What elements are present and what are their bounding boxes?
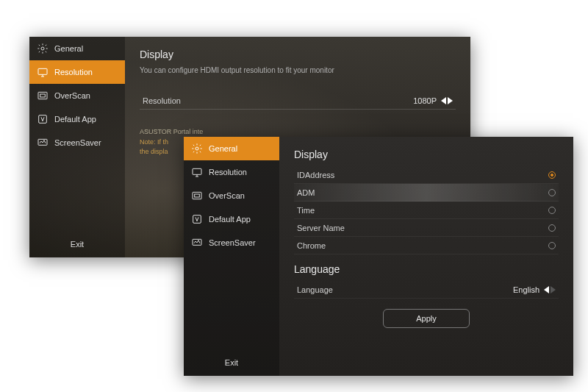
section-title-language: Language xyxy=(294,263,559,275)
app-icon xyxy=(37,113,49,125)
app-icon xyxy=(191,213,203,225)
radio-icon[interactable] xyxy=(548,224,556,232)
sidebar-item-resolution[interactable]: Resolution xyxy=(184,160,279,184)
display-option-server-name[interactable]: Server Name xyxy=(294,219,559,237)
display-option-idaddress[interactable]: IDAddress xyxy=(294,166,559,184)
sidebar: General Resolution OverScan Default App … xyxy=(29,37,125,257)
sidebar-item-overscan[interactable]: OverScan xyxy=(29,84,125,107)
sidebar-item-label: General xyxy=(209,144,237,153)
option-label: Time xyxy=(297,206,315,215)
display-option-chrome[interactable]: Chrome xyxy=(294,237,559,254)
svg-rect-2 xyxy=(38,92,47,99)
section-title-display: Display xyxy=(140,49,456,60)
screensaver-icon xyxy=(191,237,203,249)
apply-button[interactable]: Apply xyxy=(383,309,470,328)
sidebar-item-label: Default App xyxy=(54,115,96,124)
sidebar-item-screensaver[interactable]: ScreenSaver xyxy=(29,131,125,154)
sidebar-item-label: OverScan xyxy=(209,191,245,200)
sidebar-item-screensaver[interactable]: ScreenSaver xyxy=(184,231,279,254)
sidebar-item-label: General xyxy=(54,44,83,53)
monitor-icon xyxy=(37,66,49,78)
resolution-row[interactable]: Resolution 1080P xyxy=(140,92,456,110)
sidebar-item-label: Default App xyxy=(209,215,251,224)
sidebar-item-label: Resolution xyxy=(54,68,93,76)
sidebar-item-label: ScreenSaver xyxy=(209,238,256,247)
svg-point-6 xyxy=(196,147,198,150)
sidebar-item-label: OverScan xyxy=(54,91,90,100)
option-label: Chrome xyxy=(297,241,326,250)
radio-icon[interactable] xyxy=(548,207,556,214)
svg-rect-9 xyxy=(195,194,200,197)
svg-rect-8 xyxy=(193,192,201,199)
sidebar-item-default-app[interactable]: Default App xyxy=(184,207,279,231)
exit-button[interactable]: Exit xyxy=(184,349,279,376)
sidebar-item-overscan[interactable]: OverScan xyxy=(184,184,279,207)
sidebar-item-label: Resolution xyxy=(209,168,247,177)
sidebar-item-label: ScreenSaver xyxy=(54,138,101,147)
helper-text: You can configure HDMI output resolution… xyxy=(140,66,456,74)
overscan-icon xyxy=(191,190,203,202)
svg-rect-3 xyxy=(40,94,46,97)
arrow-left-icon[interactable] xyxy=(544,286,549,293)
sidebar: General Resolution OverScan Default App … xyxy=(184,137,279,376)
sidebar-item-default-app[interactable]: Default App xyxy=(29,107,125,131)
option-label: ADM xyxy=(297,188,315,197)
sidebar-item-general[interactable]: General xyxy=(184,137,279,160)
radio-icon[interactable] xyxy=(548,189,556,196)
screensaver-icon xyxy=(37,137,49,149)
overscan-icon xyxy=(37,90,49,101)
language-value: English xyxy=(513,285,539,294)
language-label: Language xyxy=(297,285,333,294)
display-option-adm[interactable]: ADM xyxy=(294,184,559,202)
sidebar-item-general[interactable]: General xyxy=(29,37,125,60)
settings-window-general: General Resolution OverScan Default App … xyxy=(184,137,573,376)
radio-icon[interactable] xyxy=(548,171,556,179)
resolution-value: 1080P xyxy=(413,96,437,105)
arrow-right-icon[interactable] xyxy=(448,97,453,104)
option-label: Server Name xyxy=(297,224,345,232)
exit-button[interactable]: Exit xyxy=(29,231,125,257)
arrow-right-icon[interactable] xyxy=(551,286,556,293)
radio-icon[interactable] xyxy=(548,242,556,249)
monitor-icon xyxy=(191,166,203,178)
gear-icon xyxy=(37,43,49,54)
svg-point-0 xyxy=(41,47,44,50)
language-row[interactable]: Language English xyxy=(294,281,559,299)
svg-rect-1 xyxy=(38,68,47,74)
sidebar-item-resolution[interactable]: Resolution xyxy=(29,60,125,84)
option-label: IDAddress xyxy=(297,171,334,179)
section-title-display: Display xyxy=(294,149,559,160)
svg-rect-7 xyxy=(193,168,201,174)
display-option-time[interactable]: Time xyxy=(294,202,559,219)
gear-icon xyxy=(191,143,203,154)
resolution-label: Resolution xyxy=(143,96,181,105)
main-panel: Display IDAddress ADM Time Server Name C… xyxy=(279,137,573,376)
arrow-left-icon[interactable] xyxy=(441,97,446,104)
